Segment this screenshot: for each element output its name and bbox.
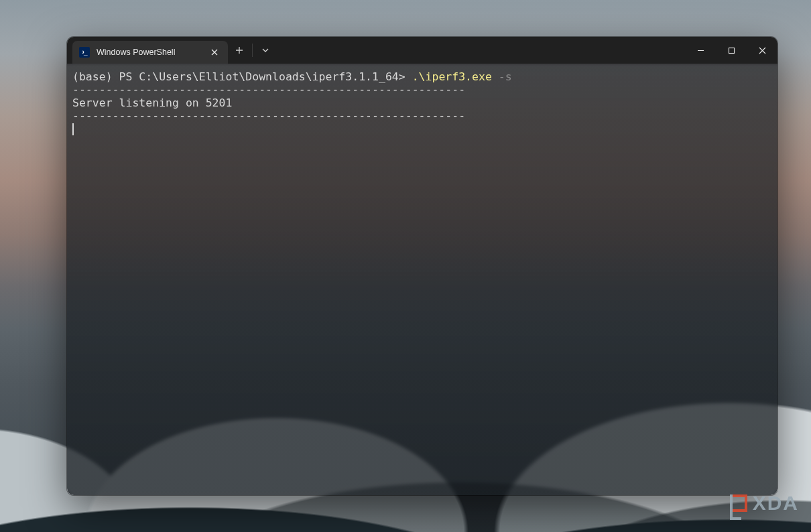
minimize-icon — [697, 47, 704, 54]
close-icon — [759, 47, 766, 54]
chevron-down-icon — [262, 47, 269, 54]
maximize-icon — [728, 47, 735, 54]
tab-dropdown-button[interactable] — [254, 37, 277, 64]
terminal-flag: -s — [492, 70, 512, 83]
window-controls — [685, 37, 777, 64]
terminal-command: .\iperf3.exe — [412, 70, 492, 83]
xda-watermark-text: XDA — [753, 492, 799, 515]
desktop-wallpaper: Windows PowerShell — [0, 0, 811, 532]
tab-powershell[interactable]: Windows PowerShell — [72, 41, 228, 64]
terminal-prompt: (base) PS C:\Users\Elliot\Downloads\iper… — [72, 70, 412, 83]
tab-title: Windows PowerShell — [97, 48, 175, 57]
terminal-listening-line: Server listening on 5201 — [72, 96, 232, 109]
powershell-icon — [79, 47, 90, 58]
tab-close-button[interactable] — [208, 46, 221, 59]
maximize-button[interactable] — [716, 37, 747, 64]
terminal-separator-top: ----------------------------------------… — [72, 83, 465, 96]
new-tab-button[interactable] — [228, 37, 251, 64]
terminal-window: Windows PowerShell — [67, 37, 777, 495]
titlebar-divider — [252, 44, 253, 57]
terminal-separator-bottom: ----------------------------------------… — [72, 109, 465, 122]
titlebar[interactable]: Windows PowerShell — [67, 37, 777, 64]
minimize-button[interactable] — [685, 37, 716, 64]
plus-icon — [235, 46, 243, 54]
close-icon — [211, 49, 218, 56]
svg-rect-0 — [729, 48, 734, 53]
xda-watermark: XDA — [730, 492, 799, 515]
xda-logo-icon — [730, 494, 747, 512]
window-close-button[interactable] — [747, 37, 777, 64]
terminal-cursor — [72, 123, 74, 135]
terminal-body[interactable]: (base) PS C:\Users\Elliot\Downloads\iper… — [67, 64, 777, 495]
terminal-output: (base) PS C:\Users\Elliot\Downloads\iper… — [72, 70, 772, 135]
